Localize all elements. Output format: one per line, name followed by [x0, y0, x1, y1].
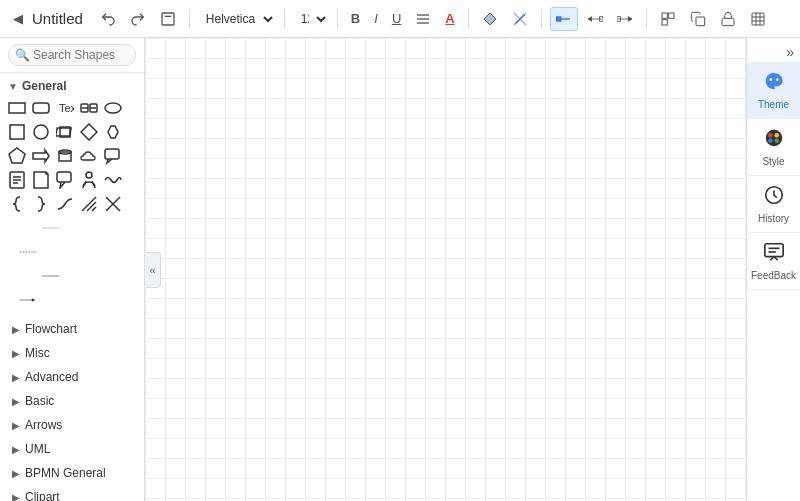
expand-right-panel-button[interactable]: »	[784, 42, 796, 62]
shape-line-arrow[interactable]	[6, 289, 50, 311]
format-icon	[160, 11, 176, 27]
bold-button[interactable]: B	[346, 8, 365, 29]
copy-button[interactable]	[685, 8, 711, 30]
svg-rect-24	[33, 103, 49, 113]
canvas-grid	[145, 38, 746, 501]
align-button[interactable]	[410, 8, 436, 30]
shape-s-curve[interactable]	[54, 193, 76, 215]
category-basic[interactable]: ▶ Basic	[0, 389, 144, 413]
shape-hexagon[interactable]	[102, 121, 124, 143]
right-panel-feedback[interactable]: FeedBack	[747, 233, 800, 290]
arrows-arrow: ▶	[12, 420, 20, 431]
search-input[interactable]	[8, 44, 136, 66]
svg-point-55	[769, 78, 772, 81]
svg-point-30	[34, 125, 48, 139]
toolbar: ◀ Untitled Helvetica 12 B I U A	[0, 0, 800, 38]
italic-button[interactable]: I	[369, 8, 383, 29]
shape-document[interactable]	[6, 169, 28, 191]
shape-cylinder[interactable]	[54, 145, 76, 167]
shape-rounded-rect[interactable]	[30, 97, 52, 119]
shape-arrow-right-shape[interactable]	[30, 145, 52, 167]
advanced-arrow: ▶	[12, 372, 20, 383]
shape-line-thick[interactable]	[6, 265, 96, 287]
shape-parallelogram[interactable]	[54, 121, 76, 143]
shape-wave[interactable]	[102, 169, 124, 191]
category-flowchart[interactable]: ▶ Flowchart	[0, 317, 144, 341]
svg-marker-34	[108, 126, 118, 138]
shape-line-dashed[interactable]	[6, 241, 50, 263]
undo-button[interactable]	[95, 8, 121, 30]
shape-circle[interactable]	[30, 121, 52, 143]
category-bpmn[interactable]: ▶ BPMN General	[0, 461, 144, 485]
shape-speech-bubble[interactable]	[102, 145, 124, 167]
search-shapes-container: 🔍	[0, 38, 144, 73]
right-panel-style[interactable]: Style	[747, 119, 800, 176]
svg-rect-18	[752, 13, 764, 25]
shape-cloud[interactable]	[78, 145, 100, 167]
svg-line-47	[92, 181, 94, 186]
shape-square[interactable]	[6, 121, 28, 143]
shapes-grid: Text	[0, 97, 144, 317]
shape-callout[interactable]	[54, 169, 76, 191]
expand-icon: »	[786, 44, 794, 60]
svg-marker-8	[588, 16, 591, 21]
shape-resize[interactable]	[78, 193, 100, 215]
shape-ellipse[interactable]	[102, 97, 124, 119]
svg-marker-54	[32, 299, 34, 301]
right-panel-theme[interactable]: Theme	[747, 62, 800, 119]
arrow-left-button[interactable]	[582, 8, 608, 30]
table-button[interactable]	[745, 8, 771, 30]
font-size-select[interactable]: 12	[293, 9, 329, 29]
svg-point-56	[775, 78, 778, 81]
category-clipart[interactable]: ▶ Clipart	[0, 485, 144, 501]
undo-icon	[100, 11, 116, 27]
format-button[interactable]	[155, 8, 181, 30]
divider-1	[189, 9, 190, 29]
underline-button[interactable]: U	[387, 8, 406, 29]
flowchart-arrow: ▶	[12, 324, 20, 335]
misc-arrow: ▶	[12, 348, 20, 359]
divider-2	[284, 9, 285, 29]
shape-person[interactable]	[78, 169, 100, 191]
category-uml[interactable]: ▶ UML	[0, 437, 144, 461]
collapse-panel-button[interactable]: «	[145, 252, 161, 288]
table-icon	[750, 11, 766, 27]
fill-button[interactable]	[477, 8, 503, 30]
connection-style-button[interactable]	[550, 7, 578, 31]
font-family-select[interactable]: Helvetica	[198, 9, 276, 29]
shape-rectangle[interactable]	[6, 97, 28, 119]
left-panel: 🔍 ▼ General Text	[0, 38, 145, 501]
svg-rect-6	[556, 17, 560, 21]
shape-pentagon[interactable]	[6, 145, 28, 167]
shape-text[interactable]: Text	[54, 97, 76, 119]
right-panel-top: »	[747, 38, 800, 62]
shape-line-solid[interactable]	[6, 217, 96, 239]
flowchart-label: Flowchart	[25, 322, 77, 336]
right-panel: » Theme Style History FeedBack	[746, 38, 800, 501]
back-button[interactable]: ◀	[8, 8, 28, 29]
shape-folded-page[interactable]	[30, 169, 52, 191]
shape-cross-arrow[interactable]	[102, 193, 124, 215]
svg-marker-35	[9, 148, 25, 163]
svg-rect-14	[668, 13, 673, 18]
general-group-header[interactable]: ▼ General	[0, 73, 144, 97]
uml-arrow: ▶	[12, 444, 20, 455]
shape-left-brace[interactable]	[6, 193, 28, 215]
line-color-button[interactable]	[507, 8, 533, 30]
font-color-button[interactable]: A	[440, 8, 459, 29]
crop-button[interactable]	[655, 8, 681, 30]
category-misc[interactable]: ▶ Misc	[0, 341, 144, 365]
category-advanced[interactable]: ▶ Advanced	[0, 365, 144, 389]
shape-right-brace[interactable]	[30, 193, 52, 215]
svg-point-45	[86, 172, 92, 178]
right-panel-history[interactable]: History	[747, 176, 800, 233]
shape-diamond[interactable]	[78, 121, 100, 143]
redo-button[interactable]	[125, 8, 151, 30]
svg-point-58	[768, 133, 773, 138]
arrow-right-button[interactable]	[612, 8, 638, 30]
shape-link[interactable]	[78, 97, 100, 119]
category-arrows[interactable]: ▶ Arrows	[0, 413, 144, 437]
canvas-area[interactable]: «	[145, 38, 746, 501]
crop-icon	[660, 11, 676, 27]
lock-button[interactable]	[715, 8, 741, 30]
